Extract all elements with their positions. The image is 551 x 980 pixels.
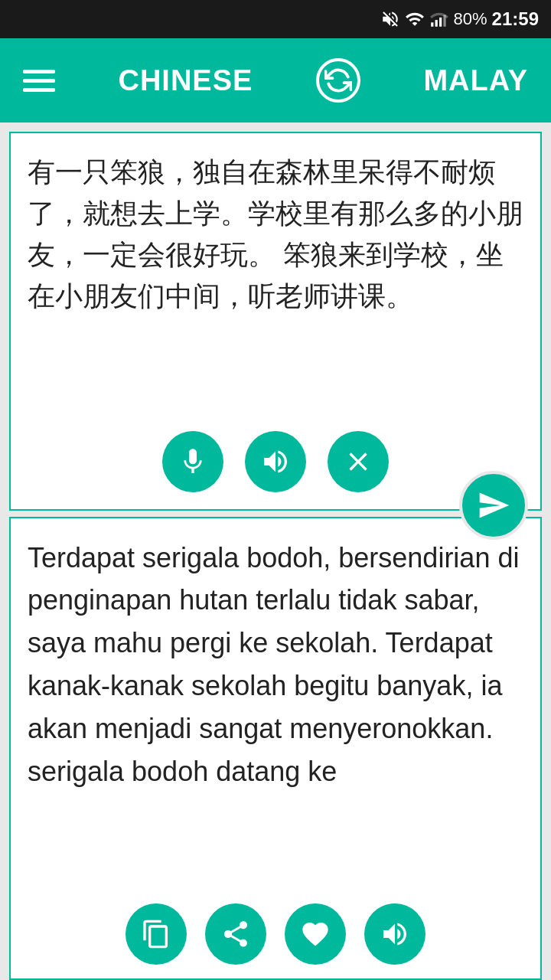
svg-rect-1	[435, 20, 437, 27]
swap-languages-button[interactable]	[316, 58, 360, 103]
translation-actions	[11, 890, 540, 978]
send-button[interactable]	[459, 471, 528, 540]
source-panel: 有一只笨狼，独自在森林里呆得不耐烦了，就想去上学。学校里有那么多的小朋友，一定会…	[9, 132, 542, 511]
time-display: 21:59	[492, 8, 539, 30]
target-language-label[interactable]: MALAY	[423, 64, 528, 97]
speaker-button[interactable]	[245, 431, 306, 492]
translation-text: Terdapat serigala bodoh, bersendirian di…	[11, 518, 540, 890]
copy-button[interactable]	[126, 903, 187, 965]
status-icons: 80% 21:59	[380, 8, 539, 30]
hamburger-menu-button[interactable]	[23, 70, 55, 92]
svg-rect-3	[443, 15, 445, 27]
mic-button[interactable]	[162, 431, 223, 492]
wifi-icon	[405, 9, 425, 29]
clear-button[interactable]	[328, 431, 389, 492]
battery-text: 80%	[454, 9, 487, 29]
toolbar: CHINESE MALAY	[0, 38, 551, 122]
speaker2-button[interactable]	[364, 903, 425, 965]
source-language-label[interactable]: CHINESE	[118, 64, 253, 97]
status-bar: 80% 21:59	[0, 0, 551, 38]
signal-icon	[429, 9, 449, 29]
mute-icon	[380, 9, 400, 29]
svg-rect-0	[431, 22, 433, 26]
source-text[interactable]: 有一只笨狼，独自在森林里呆得不耐烦了，就想去上学。学校里有那么多的小朋友，一定会…	[11, 133, 540, 414]
favorite-button[interactable]	[285, 903, 346, 965]
translation-panel: Terdapat serigala bodoh, bersendirian di…	[9, 517, 542, 980]
share-button[interactable]	[205, 903, 266, 965]
svg-rect-2	[439, 18, 442, 27]
main-content: 有一只笨狼，独自在森林里呆得不耐烦了，就想去上学。学校里有那么多的小朋友，一定会…	[0, 122, 551, 980]
